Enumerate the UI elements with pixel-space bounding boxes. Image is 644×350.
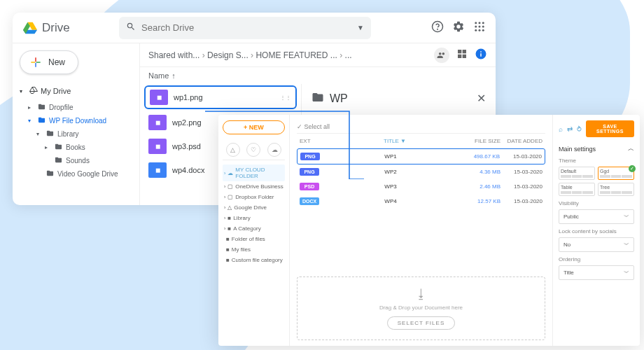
wp-file-row[interactable]: PSDWP32.46 MB15-03-2020 (297, 179, 545, 194)
wp-new-button[interactable]: + NEW (223, 120, 285, 134)
svg-point-2 (475, 22, 477, 24)
grid-icon[interactable] (456, 48, 468, 62)
theme-label: Theme (559, 158, 634, 164)
tag-icon[interactable]: ♡ (246, 143, 260, 157)
cloud-icon[interactable]: ☁ (267, 143, 281, 157)
drive-search-input[interactable] (141, 22, 357, 33)
drive-tree-root[interactable]: ▾ My Drive (20, 84, 132, 98)
ordering-select[interactable]: Title﹀ (559, 265, 634, 280)
wp-tree-item[interactable]: ■Custom file category (223, 255, 285, 265)
info-icon[interactable] (475, 48, 487, 62)
tree-item[interactable]: Video Google Drive (20, 167, 132, 181)
chevron-down-icon: ﹀ (624, 269, 629, 276)
file-row[interactable]: ◼wp1.png⋮⋮ (144, 85, 297, 109)
wp-tree-item[interactable]: ›▢Dropbox Folder (223, 192, 285, 202)
theme-option[interactable]: Table (559, 183, 595, 196)
wp-file-row[interactable]: PNGWP24.36 MB15-03-2020 (297, 164, 545, 179)
wp-table-header: EXT TITLE ▼ FILE SIZE DATE ADDED (297, 134, 545, 148)
detail-title: WP (330, 92, 471, 105)
svg-point-4 (482, 22, 484, 24)
sort-arrow-icon: ↑ (172, 71, 176, 80)
breadcrumb-item[interactable]: ... (345, 50, 352, 60)
wp-tree-item[interactable]: ›☁MY CLOUD FOLDER (223, 164, 285, 181)
wp-file-row[interactable]: DOCXWP412.57 KB15-03-2020 (297, 194, 545, 209)
help-icon[interactable] (431, 20, 444, 36)
wp-tree-item[interactable]: ›△Google Drive (223, 202, 285, 213)
drive-logo: Drive (22, 20, 113, 36)
drive-header: Drive ▼ (13, 13, 496, 43)
svg-point-5 (475, 25, 477, 27)
apps-icon[interactable] (473, 20, 486, 36)
svg-point-10 (482, 29, 484, 31)
ordering-label: Ordering (559, 256, 634, 262)
close-icon[interactable]: ✕ (477, 92, 486, 105)
tree-item[interactable]: Sounds (20, 154, 132, 167)
tree-item[interactable]: ▸Dropfile (20, 101, 132, 114)
wp-tree-item[interactable]: ■My files (223, 244, 285, 255)
wp-file-area: ✓ Select all EXT TITLE ▼ FILE SIZE DATE … (290, 115, 552, 346)
sort-icon[interactable]: ⥁ (577, 125, 582, 133)
breadcrumb-item[interactable]: Shared with... (148, 50, 200, 60)
drive-new-label: New (48, 57, 65, 67)
chevron-up-icon: ︿ (628, 144, 634, 153)
gear-icon[interactable] (452, 20, 465, 36)
column-header[interactable]: Name ↑ (140, 67, 496, 84)
search-icon (126, 22, 136, 34)
drive-new-button[interactable]: New (20, 50, 78, 74)
visibility-label: Visibility (559, 200, 634, 206)
main-settings-header[interactable]: Main settings ︿ (559, 144, 634, 153)
wp-tree-item[interactable]: ›■Library (223, 213, 285, 223)
lock-label: Lock content by socials (559, 228, 634, 234)
wp-tree-item[interactable]: ›▢OneDrive Business (223, 181, 285, 192)
theme-option[interactable]: Default (559, 167, 595, 180)
chevron-down-icon: ﹀ (624, 213, 629, 220)
search-icon[interactable]: ⌕ (559, 125, 563, 133)
wp-settings-panel: ⌕ ⇄ ⥁ SAVE SETTINGS Main settings ︿ Them… (552, 115, 640, 346)
drive-sidebar: New ▾ My Drive ▸Dropfile▾WP File Downloa… (13, 43, 140, 205)
wp-sidebar: + NEW △ ♡ ☁ ›☁MY CLOUD FOLDER›▢OneDrive … (218, 115, 290, 346)
tree-item[interactable]: ▸Books (20, 141, 132, 154)
svg-point-9 (479, 29, 481, 31)
wp-file-row[interactable]: PNGWP1498.67 KB15-03-2020 (297, 148, 545, 164)
wp-tree-item[interactable]: ›■A Category (223, 223, 285, 234)
chevron-down-icon: ﹀ (624, 241, 629, 248)
svg-point-8 (475, 29, 477, 31)
svg-point-1 (438, 29, 438, 29)
wp-drop-zone[interactable]: ⭳ Drag & Drop your Document here SELECT … (297, 276, 545, 340)
breadcrumb-item[interactable]: Design S... (207, 50, 248, 60)
drive-brand-text: Drive (42, 21, 70, 35)
svg-point-7 (482, 25, 484, 27)
filter-icon[interactable]: ⇄ (567, 125, 573, 133)
visibility-select[interactable]: Public﹀ (559, 209, 634, 224)
people-icon[interactable] (434, 48, 449, 63)
tree-item[interactable]: ▾WP File Download (20, 114, 132, 127)
select-all-button[interactable]: ✓ Select all (297, 120, 545, 134)
folder-icon (312, 91, 324, 106)
svg-point-6 (479, 25, 481, 27)
breadcrumb: Shared with... › Design S... › HOME FEAT… (140, 43, 496, 67)
select-files-button[interactable]: SELECT FILES (387, 316, 455, 330)
wp-file-download-panel: + NEW △ ♡ ☁ ›☁MY CLOUD FOLDER›▢OneDrive … (218, 115, 640, 346)
chevron-down-icon: ▾ (20, 88, 27, 94)
download-icon: ⭳ (307, 287, 535, 302)
plus-icon (29, 55, 43, 69)
drive-icon (29, 86, 38, 96)
user-icon[interactable]: △ (226, 143, 240, 157)
drive-header-icons (431, 20, 486, 36)
theme-option[interactable]: Tree (598, 183, 634, 196)
wp-tree-item[interactable]: ■Folder of files (223, 234, 285, 244)
shared-icon: ⋮⋮ (280, 94, 291, 101)
breadcrumb-item[interactable]: HOME FEATURED ... (255, 50, 337, 60)
tree-item[interactable]: ▾Library (20, 127, 132, 141)
drive-logo-icon (22, 20, 38, 36)
save-settings-button[interactable]: SAVE SETTINGS (586, 120, 634, 137)
drive-search-bar[interactable]: ▼ (119, 17, 371, 39)
chevron-down-icon[interactable]: ▼ (357, 24, 364, 31)
svg-point-3 (479, 22, 481, 24)
lock-select[interactable]: No﹀ (559, 237, 634, 252)
theme-option[interactable]: Ggd (598, 167, 634, 180)
